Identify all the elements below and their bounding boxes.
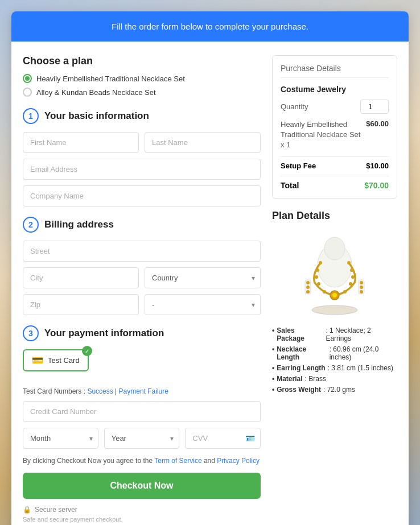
step3-label: Your payment information: [44, 328, 164, 339]
step1-number: 1: [23, 108, 39, 124]
main-content: Choose a plan Heavily Embellished Tradit…: [11, 42, 409, 525]
year-select[interactable]: Year 2024 2025 2026 2027 2028: [104, 428, 180, 449]
radio-selected[interactable]: [23, 74, 32, 83]
expiry-cvv-row: Month 01 02 03 04 05 06 07 08 09 10 11 1…: [23, 428, 261, 449]
lock-icon: 🔒: [23, 506, 31, 514]
step2-header: 2 Billing address: [23, 217, 261, 233]
zip-field: [23, 294, 139, 315]
quantity-label: Quantity: [281, 102, 308, 111]
country-select[interactable]: Country: [145, 267, 261, 288]
plan-details-title: Plan Details: [272, 210, 397, 222]
credit-card-field-wrap: [23, 401, 261, 422]
radio-unselected[interactable]: [23, 88, 32, 97]
failure-link[interactable]: Payment Failure: [119, 387, 168, 395]
secure-info: 🔒 Secure server: [23, 506, 261, 514]
page-container: Fill the order form below to complete yo…: [11, 11, 409, 525]
feature-sales-package: Sales Package : 1 Necklace; 2 Earrings: [272, 326, 397, 342]
feature-material: Material : Brass: [272, 375, 397, 383]
city-input[interactable]: [23, 267, 139, 288]
svg-point-11: [349, 282, 352, 286]
checkout-button[interactable]: Checkout Now: [23, 473, 261, 499]
jewelry-svg: [295, 232, 374, 317]
state-field: -: [145, 294, 261, 315]
plan-option-2[interactable]: Alloy & Kundan Beads Necklace Set: [23, 88, 261, 97]
svg-point-21: [360, 290, 363, 293]
svg-point-6: [316, 268, 319, 272]
success-link[interactable]: Success: [87, 387, 113, 395]
state-select[interactable]: -: [145, 294, 261, 315]
year-field: Year 2024 2025 2026 2027 2028: [104, 428, 180, 449]
svg-point-10: [317, 282, 320, 286]
plan-details: Plan Details: [272, 210, 397, 394]
total-label: Total: [281, 181, 299, 190]
card-button-wrap: 💳 Test Card ✓: [23, 349, 261, 379]
first-name-field: [23, 132, 139, 153]
test-card-button[interactable]: 💳 Test Card ✓: [23, 349, 89, 371]
svg-point-9: [351, 275, 355, 279]
product-name: Heavily Embellished Traditional Necklace…: [281, 119, 366, 151]
feature-gross-weight: Gross Weight : 72.0 gms: [272, 386, 397, 394]
test-card-prefix: Test Card Numbers :: [23, 387, 87, 395]
purchase-box-title: Purchase Details: [281, 64, 389, 78]
name-row: [23, 132, 261, 153]
email-field-wrap: [23, 159, 261, 180]
svg-point-12: [323, 290, 326, 293]
terms-prefix: By clicking Checkout Now you agree to th…: [23, 457, 154, 465]
card-icon: 💳: [32, 355, 43, 366]
purchase-box: Purchase Details Costume Jewelry Quantit…: [272, 55, 397, 199]
svg-point-5: [347, 261, 351, 264]
tos-link[interactable]: Term of Service: [154, 457, 201, 465]
product-price: $60.00: [366, 119, 389, 151]
card-button-label: Test Card: [48, 356, 80, 365]
last-name-field: [145, 132, 261, 153]
step1-label: Your basic information: [44, 110, 149, 122]
step2-number: 2: [23, 217, 39, 233]
cvv-icon: 🪪: [245, 434, 255, 443]
first-name-input[interactable]: [23, 132, 139, 153]
privacy-link[interactable]: Privacy Policy: [217, 457, 260, 465]
setup-fee-label: Setup Fee: [281, 162, 316, 170]
quantity-input[interactable]: [360, 100, 389, 114]
svg-point-13: [343, 290, 347, 293]
svg-point-22: [312, 305, 357, 315]
zip-input[interactable]: [23, 294, 139, 315]
company-field-wrap: [23, 185, 261, 206]
svg-point-20: [360, 286, 363, 289]
month-field: Month 01 02 03 04 05 06 07 08 09 10 11 1…: [23, 428, 98, 449]
svg-point-7: [350, 268, 353, 272]
product-category: Costume Jewelry: [281, 85, 389, 94]
svg-point-16: [306, 286, 310, 289]
step2-label: Billing address: [44, 219, 114, 230]
credit-card-input[interactable]: [23, 401, 261, 422]
total-amount: $70.00: [364, 181, 389, 190]
header-banner: Fill the order form below to complete yo…: [11, 11, 409, 42]
email-input[interactable]: [23, 159, 261, 180]
svg-point-3: [332, 293, 337, 297]
banner-text: Fill the order form below to complete yo…: [112, 22, 308, 31]
step3-header: 3 Your payment information: [23, 325, 261, 341]
svg-point-4: [319, 261, 322, 264]
safe-label: Safe and secure payment checkout.: [23, 516, 261, 523]
street-field-wrap: [23, 241, 261, 262]
street-input[interactable]: [23, 241, 261, 262]
svg-point-8: [315, 275, 318, 279]
company-input[interactable]: [23, 185, 261, 206]
step3-number: 3: [23, 325, 39, 341]
product-row: Heavily Embellished Traditional Necklace…: [281, 119, 389, 151]
secure-label: Secure server: [35, 506, 77, 514]
feature-earring-length: Earring Length : 3.81 cm (1.5 inches): [272, 364, 397, 372]
choose-plan-title: Choose a plan: [23, 55, 261, 67]
last-name-input[interactable]: [145, 132, 261, 153]
plan-option-1[interactable]: Heavily Embellished Traditional Necklace…: [23, 74, 261, 83]
checkmark-badge: ✓: [82, 346, 92, 356]
city-field: [23, 267, 139, 288]
right-column: Purchase Details Costume Jewelry Quantit…: [272, 55, 397, 523]
month-select[interactable]: Month 01 02 03 04 05 06 07 08 09 10 11 1…: [23, 428, 98, 449]
svg-point-15: [306, 281, 310, 284]
plan-options: Heavily Embellished Traditional Necklace…: [23, 74, 261, 97]
city-country-row: Country: [23, 267, 261, 288]
svg-point-17: [306, 290, 310, 293]
test-card-info: Test Card Numbers : Success | Payment Fa…: [23, 387, 261, 395]
zip-state-row: -: [23, 294, 261, 315]
terms-middle: and: [204, 457, 217, 465]
